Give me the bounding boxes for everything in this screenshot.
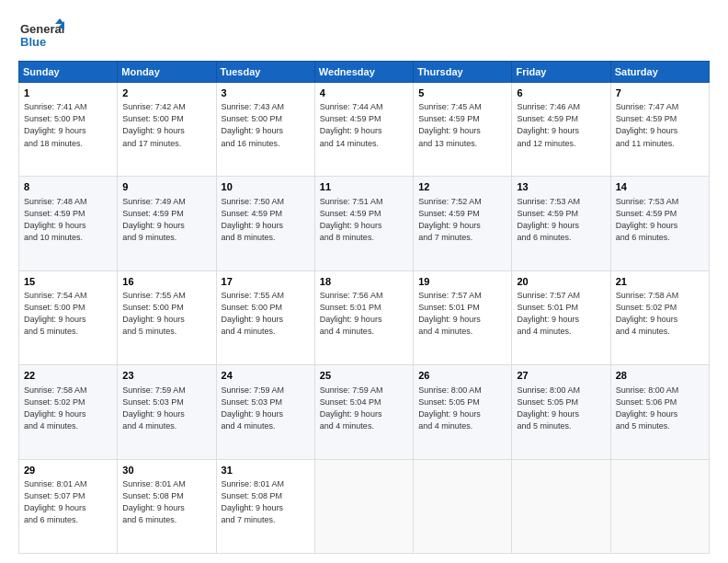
calendar-cell: 10Sunrise: 7:50 AM Sunset: 4:59 PM Dayli… — [216, 177, 314, 270]
calendar-cell: 19Sunrise: 7:57 AM Sunset: 5:01 PM Dayli… — [414, 270, 512, 364]
calendar-cell: 6Sunrise: 7:46 AM Sunset: 4:59 PM Daylig… — [512, 83, 610, 177]
day-number: 31 — [222, 464, 310, 477]
calendar-cell: 27Sunrise: 8:00 AM Sunset: 5:05 PM Dayli… — [512, 365, 610, 459]
day-number: 29 — [24, 464, 112, 477]
day-number: 16 — [122, 275, 210, 289]
calendar-cell — [314, 459, 413, 553]
calendar-cell: 23Sunrise: 7:59 AM Sunset: 5:03 PM Dayli… — [118, 365, 216, 459]
day-info: Sunrise: 7:59 AM Sunset: 5:03 PM Dayligh… — [122, 385, 210, 432]
day-info: Sunrise: 7:54 AM Sunset: 5:00 PM Dayligh… — [24, 290, 112, 338]
calendar-cell: 24Sunrise: 7:59 AM Sunset: 5:03 PM Dayli… — [216, 365, 314, 459]
day-info: Sunrise: 7:58 AM Sunset: 5:02 PM Dayligh… — [24, 385, 112, 432]
calendar-cell: 4Sunrise: 7:44 AM Sunset: 4:59 PM Daylig… — [314, 83, 413, 177]
day-number: 3 — [222, 86, 310, 100]
calendar-week-row: 8Sunrise: 7:48 AM Sunset: 4:59 PM Daylig… — [19, 177, 710, 270]
day-header-monday: Monday — [118, 62, 216, 83]
day-header-thursday: Thursday — [414, 62, 512, 83]
day-number: 20 — [517, 275, 605, 289]
day-number: 1 — [24, 86, 112, 100]
day-info: Sunrise: 7:53 AM Sunset: 4:59 PM Dayligh… — [517, 196, 605, 244]
calendar-cell — [414, 459, 512, 553]
day-info: Sunrise: 7:42 AM Sunset: 5:00 PM Dayligh… — [122, 101, 210, 149]
calendar-cell: 12Sunrise: 7:52 AM Sunset: 4:59 PM Dayli… — [414, 177, 512, 270]
day-info: Sunrise: 8:01 AM Sunset: 5:08 PM Dayligh… — [222, 478, 310, 526]
calendar-cell: 14Sunrise: 7:53 AM Sunset: 4:59 PM Dayli… — [610, 177, 709, 270]
day-number: 9 — [122, 180, 210, 194]
day-info: Sunrise: 8:01 AM Sunset: 5:08 PM Dayligh… — [122, 478, 210, 526]
day-info: Sunrise: 7:55 AM Sunset: 5:00 PM Dayligh… — [122, 290, 210, 338]
day-header-friday: Friday — [512, 62, 610, 83]
calendar-cell: 18Sunrise: 7:56 AM Sunset: 5:01 PM Dayli… — [314, 270, 413, 364]
logo-icon: General Blue — [18, 17, 64, 53]
day-info: Sunrise: 7:47 AM Sunset: 4:59 PM Dayligh… — [616, 101, 704, 149]
day-info: Sunrise: 8:00 AM Sunset: 5:05 PM Dayligh… — [517, 385, 605, 432]
day-info: Sunrise: 7:52 AM Sunset: 4:59 PM Dayligh… — [418, 196, 506, 244]
day-info: Sunrise: 7:50 AM Sunset: 4:59 PM Dayligh… — [222, 196, 310, 244]
day-number: 15 — [24, 275, 112, 289]
calendar-cell: 13Sunrise: 7:53 AM Sunset: 4:59 PM Dayli… — [512, 177, 610, 270]
day-number: 4 — [320, 86, 408, 100]
day-number: 11 — [320, 180, 408, 194]
day-header-saturday: Saturday — [610, 62, 709, 83]
page-header: General Blue — [18, 17, 710, 53]
svg-text:Blue: Blue — [20, 35, 46, 49]
day-number: 22 — [24, 369, 112, 383]
calendar-week-row: 1Sunrise: 7:41 AM Sunset: 5:00 PM Daylig… — [19, 83, 710, 177]
calendar-week-row: 29Sunrise: 8:01 AM Sunset: 5:07 PM Dayli… — [19, 459, 710, 553]
calendar-cell: 29Sunrise: 8:01 AM Sunset: 5:07 PM Dayli… — [19, 459, 118, 553]
day-number: 28 — [616, 369, 704, 383]
calendar-cell: 22Sunrise: 7:58 AM Sunset: 5:02 PM Dayli… — [19, 365, 118, 459]
calendar-cell: 21Sunrise: 7:58 AM Sunset: 5:02 PM Dayli… — [610, 270, 709, 364]
calendar-cell: 5Sunrise: 7:45 AM Sunset: 4:59 PM Daylig… — [414, 83, 512, 177]
logo: General Blue — [18, 17, 64, 53]
day-header-sunday: Sunday — [19, 62, 118, 83]
day-info: Sunrise: 7:48 AM Sunset: 4:59 PM Dayligh… — [24, 196, 112, 244]
day-number: 8 — [24, 180, 112, 194]
calendar-table: SundayMondayTuesdayWednesdayThursdayFrid… — [18, 61, 710, 554]
calendar-header-row: SundayMondayTuesdayWednesdayThursdayFrid… — [19, 62, 710, 83]
day-info: Sunrise: 7:59 AM Sunset: 5:04 PM Dayligh… — [320, 385, 408, 432]
calendar-cell: 25Sunrise: 7:59 AM Sunset: 5:04 PM Dayli… — [314, 365, 413, 459]
day-number: 23 — [122, 369, 210, 383]
calendar-cell: 20Sunrise: 7:57 AM Sunset: 5:01 PM Dayli… — [512, 270, 610, 364]
calendar-cell: 1Sunrise: 7:41 AM Sunset: 5:00 PM Daylig… — [19, 83, 118, 177]
day-info: Sunrise: 7:56 AM Sunset: 5:01 PM Dayligh… — [320, 290, 408, 338]
calendar-cell: 7Sunrise: 7:47 AM Sunset: 4:59 PM Daylig… — [610, 83, 709, 177]
day-number: 21 — [616, 275, 704, 289]
day-number: 2 — [122, 86, 210, 100]
day-info: Sunrise: 7:44 AM Sunset: 4:59 PM Dayligh… — [320, 101, 408, 149]
day-number: 27 — [517, 369, 605, 383]
calendar-cell — [610, 459, 709, 553]
calendar-cell: 31Sunrise: 8:01 AM Sunset: 5:08 PM Dayli… — [216, 459, 314, 553]
calendar-cell: 26Sunrise: 8:00 AM Sunset: 5:05 PM Dayli… — [414, 365, 512, 459]
day-number: 12 — [418, 180, 506, 194]
day-info: Sunrise: 7:57 AM Sunset: 5:01 PM Dayligh… — [418, 290, 506, 338]
day-number: 10 — [222, 180, 310, 194]
calendar-week-row: 22Sunrise: 7:58 AM Sunset: 5:02 PM Dayli… — [19, 365, 710, 459]
calendar-cell: 8Sunrise: 7:48 AM Sunset: 4:59 PM Daylig… — [19, 177, 118, 270]
day-number: 6 — [517, 86, 605, 100]
calendar-cell: 3Sunrise: 7:43 AM Sunset: 5:00 PM Daylig… — [216, 83, 314, 177]
day-info: Sunrise: 7:45 AM Sunset: 4:59 PM Dayligh… — [418, 101, 506, 149]
calendar-cell: 15Sunrise: 7:54 AM Sunset: 5:00 PM Dayli… — [19, 270, 118, 364]
day-number: 17 — [222, 275, 310, 289]
calendar-cell: 28Sunrise: 8:00 AM Sunset: 5:06 PM Dayli… — [610, 365, 709, 459]
day-info: Sunrise: 7:58 AM Sunset: 5:02 PM Dayligh… — [616, 290, 704, 338]
calendar-cell — [512, 459, 610, 553]
day-number: 24 — [222, 369, 310, 383]
day-number: 13 — [517, 180, 605, 194]
day-number: 18 — [320, 275, 408, 289]
day-info: Sunrise: 7:57 AM Sunset: 5:01 PM Dayligh… — [517, 290, 605, 338]
day-info: Sunrise: 7:46 AM Sunset: 4:59 PM Dayligh… — [517, 101, 605, 149]
day-number: 30 — [122, 464, 210, 477]
day-number: 7 — [616, 86, 704, 100]
day-number: 14 — [616, 180, 704, 194]
day-info: Sunrise: 7:51 AM Sunset: 4:59 PM Dayligh… — [320, 196, 408, 244]
day-number: 25 — [320, 369, 408, 383]
day-info: Sunrise: 7:41 AM Sunset: 5:00 PM Dayligh… — [24, 101, 112, 149]
day-number: 5 — [418, 86, 506, 100]
day-info: Sunrise: 7:53 AM Sunset: 4:59 PM Dayligh… — [616, 196, 704, 244]
calendar-week-row: 15Sunrise: 7:54 AM Sunset: 5:00 PM Dayli… — [19, 270, 710, 364]
calendar-cell: 16Sunrise: 7:55 AM Sunset: 5:00 PM Dayli… — [118, 270, 216, 364]
day-number: 26 — [418, 369, 506, 383]
